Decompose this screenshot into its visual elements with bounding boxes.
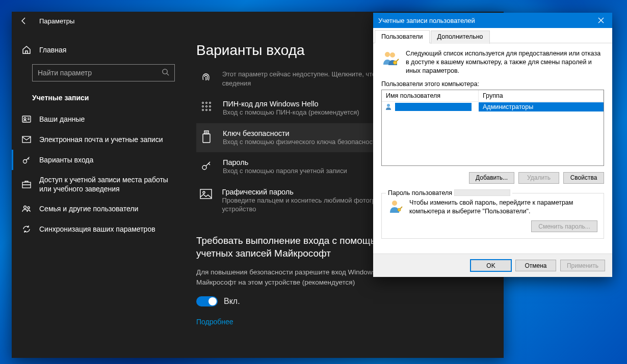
keypad-icon [199, 100, 214, 112]
usb-key-icon [199, 129, 214, 144]
settings-sidebar: Главная Найти параметр Учетные записи Ва… [12, 12, 185, 358]
sidebar-item-label: Доступ к учетной записи места работы или… [39, 175, 175, 193]
svg-point-15 [206, 109, 207, 111]
sidebar-item-signin-options[interactable]: Варианты входа [12, 150, 185, 170]
sidebar-home[interactable]: Главная [12, 40, 185, 60]
user-icon [385, 103, 392, 111]
toggle-label: Вкл. [224, 297, 240, 306]
user-key-icon [388, 199, 403, 215]
col-username[interactable]: Имя пользователя [382, 90, 479, 101]
user-group: Администраторы [479, 102, 604, 111]
cancel-button[interactable]: Отмена [515, 260, 556, 271]
search-icon [162, 68, 169, 77]
sidebar-category: Учетные записи [12, 89, 185, 109]
svg-rect-17 [204, 131, 208, 134]
svg-point-23 [203, 191, 205, 193]
option-desc: Вход с помощью физического ключа безопас… [223, 137, 379, 147]
sidebar-item-sync[interactable]: Синхронизация ваших параметров [12, 219, 185, 239]
svg-point-24 [385, 52, 390, 57]
svg-point-14 [202, 109, 204, 111]
dialog-titlebar: Учетные записи пользователей [373, 13, 612, 28]
option-desc: Вход с помощью пароля учетной записи [223, 166, 347, 176]
learn-more-link[interactable]: Подробнее [196, 318, 488, 326]
fingerprint-icon [199, 70, 213, 83]
svg-point-4 [23, 160, 27, 163]
search-placeholder: Найти параметр [38, 69, 92, 77]
svg-point-27 [387, 104, 390, 107]
svg-rect-3 [22, 136, 31, 143]
svg-point-21 [202, 165, 206, 170]
hello-toggle[interactable]: Вкл. [196, 296, 488, 306]
sidebar-item-family[interactable]: Семья и другие пользователи [12, 199, 185, 219]
dialog-footer: OK Отмена Применить [373, 254, 612, 277]
dialog-tabs: Пользователи Дополнительно [373, 28, 612, 43]
user-row-selected[interactable]: Администраторы [382, 102, 604, 113]
search-input[interactable]: Найти параметр [32, 64, 175, 81]
picture-icon [199, 188, 213, 199]
sidebar-item-label: Электронная почта и учетные записи [39, 135, 163, 144]
tab-users[interactable]: Пользователи [375, 30, 430, 43]
dialog-title: Учетные записи пользователей [378, 17, 475, 24]
dialog-body: Следующий список используется для предос… [373, 43, 612, 254]
sidebar-category-label: Учетные записи [32, 94, 89, 102]
password-fieldset: Пароль пользователя Чтобы изменить свой … [381, 193, 604, 239]
option-desc: Вход с помощью ПИН-кода (рекомендуется) [223, 108, 359, 117]
option-title: Ключ безопасности [223, 129, 379, 137]
toggle-switch-on[interactable] [196, 296, 218, 306]
legend-username-redacted [454, 189, 510, 196]
svg-point-7 [28, 207, 30, 209]
sidebar-item-label: Ваши данные [39, 115, 85, 123]
properties-button[interactable]: Свойства [563, 172, 604, 184]
key-icon [199, 158, 214, 172]
fieldset-text: Чтобы изменить свой пароль, перейдите к … [409, 199, 597, 216]
delete-button: Удалить [518, 172, 559, 184]
svg-point-2 [24, 118, 26, 120]
person-card-icon [22, 116, 31, 123]
svg-point-13 [210, 106, 211, 107]
svg-rect-20 [207, 131, 208, 133]
key-icon [22, 155, 31, 164]
apply-button: Применить [560, 260, 605, 271]
sync-icon [22, 225, 31, 234]
svg-rect-18 [203, 134, 210, 143]
col-group[interactable]: Группа [479, 90, 604, 101]
add-button[interactable]: Добавить... [469, 172, 514, 184]
back-button[interactable] [19, 17, 29, 25]
svg-point-28 [392, 201, 397, 206]
users-keys-icon [381, 49, 400, 68]
svg-point-11 [202, 106, 204, 107]
svg-rect-22 [200, 189, 212, 199]
settings-window-title: Параметры [39, 17, 74, 25]
svg-point-0 [163, 69, 167, 74]
tab-advanced[interactable]: Дополнительно [431, 31, 490, 44]
svg-rect-19 [205, 131, 206, 133]
list-label: Пользователи этого компьютера: [381, 80, 604, 88]
svg-point-12 [206, 106, 207, 107]
sidebar-item-work-access[interactable]: Доступ к учетной записи места работы или… [12, 170, 185, 199]
sidebar-item-label: Семья и другие пользователи [39, 205, 138, 213]
svg-point-8 [202, 102, 204, 104]
option-title: Пароль [223, 158, 347, 166]
close-button[interactable] [590, 13, 612, 28]
dialog-intro-text: Следующий список используется для предос… [406, 49, 604, 75]
change-password-button: Сменить пароль... [531, 220, 597, 232]
option-title: ПИН-код для Windows Hello [223, 100, 359, 108]
sidebar-home-label: Главная [39, 46, 66, 54]
briefcase-icon [22, 180, 31, 188]
svg-point-16 [210, 109, 211, 111]
sidebar-item-your-info[interactable]: Ваши данные [12, 109, 185, 129]
svg-point-9 [206, 102, 207, 104]
sidebar-item-email[interactable]: Электронная почта и учетные записи [12, 129, 185, 150]
mail-icon [22, 136, 31, 143]
username-redacted [395, 103, 472, 111]
list-header: Имя пользователя Группа [382, 90, 604, 102]
fieldset-legend: Пароль пользователя [388, 189, 452, 197]
sidebar-item-label: Синхронизация ваших параметров [39, 225, 155, 233]
user-list[interactable]: Имя пользователя Группа Администраторы [381, 90, 604, 166]
svg-point-10 [210, 102, 211, 104]
svg-point-25 [390, 52, 395, 58]
people-icon [22, 205, 31, 213]
svg-point-6 [24, 206, 27, 209]
sidebar-item-label: Варианты входа [39, 156, 93, 164]
ok-button[interactable]: OK [471, 260, 511, 271]
